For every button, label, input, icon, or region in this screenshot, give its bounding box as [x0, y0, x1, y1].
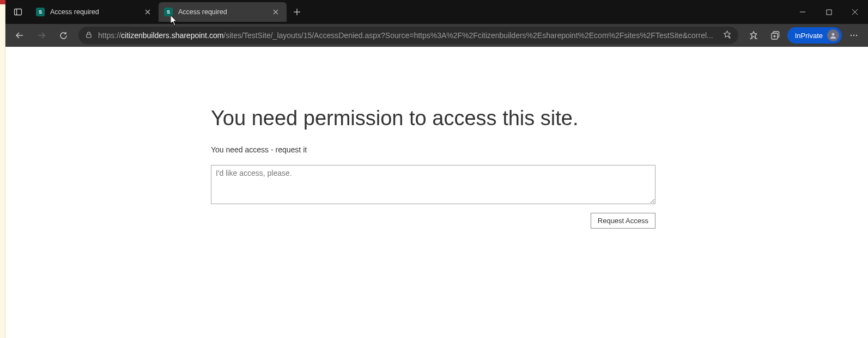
minimize-icon	[799, 9, 806, 15]
page-viewport: You need permission to access this site.…	[5, 47, 868, 338]
inprivate-label: InPrivate	[795, 32, 823, 40]
address-bar[interactable]: https://citizenbuilders.sharepoint.com/s…	[78, 27, 738, 44]
favorite-button[interactable]	[723, 30, 732, 41]
url-scheme: https://	[98, 31, 121, 40]
svg-rect-0	[15, 9, 22, 15]
url-host: citizenbuilders.sharepoint.com	[121, 31, 223, 40]
favicon-letter: S	[167, 9, 170, 15]
svg-point-25	[856, 35, 857, 36]
plus-icon	[293, 8, 301, 16]
back-arrow-icon	[15, 30, 25, 40]
collections-icon	[770, 31, 780, 40]
forward-button[interactable]	[32, 26, 51, 45]
maximize-icon	[826, 9, 832, 15]
svg-point-24	[853, 35, 854, 36]
favicon-letter: S	[39, 9, 42, 15]
ellipsis-icon	[849, 30, 859, 40]
new-tab-button[interactable]	[288, 3, 306, 21]
close-icon	[273, 9, 278, 15]
refresh-icon	[59, 31, 68, 40]
background-window-sliver	[0, 0, 5, 338]
star-lines-icon	[749, 30, 758, 40]
tab-close-button[interactable]	[142, 7, 153, 17]
favorites-button[interactable]	[744, 26, 763, 45]
profile-avatar	[827, 29, 839, 41]
collections-button[interactable]	[766, 26, 785, 45]
browser-window: S Access required S Access required	[5, 0, 868, 338]
back-button[interactable]	[10, 26, 29, 45]
access-denied-panel: You need permission to access this site.…	[211, 107, 655, 229]
refresh-button[interactable]	[53, 26, 73, 45]
window-controls	[790, 0, 868, 24]
star-plus-icon	[723, 30, 732, 39]
close-icon	[145, 9, 150, 15]
maximize-button[interactable]	[816, 0, 842, 24]
background-window-accent	[0, 0, 5, 4]
titlebar: S Access required S Access required	[5, 0, 868, 24]
tab-1[interactable]: S Access required	[31, 2, 159, 22]
sharepoint-favicon: S	[36, 8, 45, 16]
svg-point-22	[832, 33, 835, 36]
svg-rect-14	[87, 34, 91, 38]
url-path: /sites/TestSite/_layouts/15/AccessDenied…	[223, 31, 713, 40]
tab-2-active[interactable]: S Access required	[159, 2, 287, 22]
tab-title: Access required	[178, 8, 270, 16]
page-subtitle: You need access - request it	[211, 145, 655, 154]
toolbar: https://citizenbuilders.sharepoint.com/s…	[5, 24, 868, 47]
person-icon	[829, 32, 837, 39]
tab-close-button[interactable]	[270, 7, 281, 17]
close-icon	[852, 9, 858, 15]
page-title: You need permission to access this site.	[211, 107, 655, 130]
forward-arrow-icon	[37, 30, 46, 40]
inprivate-badge[interactable]: InPrivate	[787, 27, 842, 44]
request-access-button[interactable]: Request Access	[591, 213, 655, 229]
tab-title: Access required	[50, 8, 142, 16]
url-text: https://citizenbuilders.sharepoint.com/s…	[98, 31, 717, 40]
tab-actions-button[interactable]	[9, 3, 27, 21]
minimize-button[interactable]	[790, 0, 816, 24]
menu-button[interactable]	[844, 26, 864, 45]
lock-icon	[85, 31, 93, 40]
close-window-button[interactable]	[842, 0, 868, 24]
button-row: Request Access	[211, 213, 655, 229]
svg-rect-9	[827, 10, 831, 15]
request-message-textarea[interactable]	[211, 165, 655, 204]
sharepoint-favicon: S	[164, 8, 173, 16]
tab-actions-icon	[14, 8, 22, 16]
svg-point-23	[851, 35, 852, 36]
